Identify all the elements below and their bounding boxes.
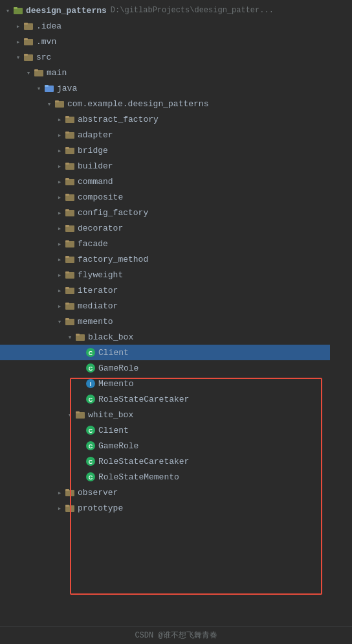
svg-rect-11	[45, 85, 49, 87]
tree-item-prototype[interactable]: prototype	[0, 500, 330, 516]
svg-rect-19	[65, 147, 69, 149]
item-label: abstract_factory	[78, 115, 159, 124]
chevron-empty	[75, 472, 85, 482]
svg-text:C: C	[89, 365, 93, 372]
tree-item-src[interactable]: src	[0, 49, 330, 65]
tree-item-adapter[interactable]: adapter	[0, 127, 330, 143]
folder-icon	[65, 176, 75, 187]
tree-item-gamerole[interactable]: C GameRole	[0, 438, 330, 454]
svg-rect-65	[65, 505, 69, 507]
tree-item-black-box[interactable]: black_box	[0, 329, 330, 345]
svg-rect-27	[65, 209, 69, 211]
tree-item-client[interactable]: C Client	[0, 422, 330, 438]
chevron-open	[54, 316, 65, 327]
tree-item-bridge[interactable]: bridge	[0, 143, 330, 158]
folder-icon	[65, 238, 75, 249]
tree-item-java[interactable]: java	[0, 80, 330, 96]
item-label: main	[47, 68, 67, 78]
chevron-empty	[75, 441, 85, 451]
tree-item-decorator[interactable]: decorator	[0, 220, 330, 236]
chevron-closed	[54, 503, 65, 513]
folder-icon	[65, 145, 75, 155]
svg-text:C: C	[89, 350, 93, 356]
chevron-empty	[75, 456, 85, 466]
tree-item-facade[interactable]: facade	[0, 236, 330, 251]
root-folder-icon	[13, 5, 23, 16]
tree-item-flyweight[interactable]: flyweight	[0, 267, 330, 282]
folder-icon	[65, 301, 75, 311]
folder-icon	[23, 36, 34, 47]
item-label: GameRole	[98, 441, 138, 451]
item-label: com.example.deesign_patterns	[67, 99, 208, 109]
item-label: iterator	[78, 286, 118, 295]
folder-icon	[54, 98, 65, 109]
tree-item-config-factory[interactable]: config_factory	[0, 205, 330, 220]
footer-text: CSDN @谁不想飞舞青春	[135, 630, 217, 641]
file-tree[interactable]: deesign_patterns D:\gitlabProjects\deesi…	[0, 0, 330, 644]
svg-rect-53	[76, 411, 80, 413]
item-label: white_box	[88, 410, 133, 420]
chevron-open	[23, 67, 34, 78]
item-label: decorator	[78, 224, 123, 233]
folder-icon	[65, 114, 75, 124]
footer: CSDN @谁不想飞舞青春	[0, 626, 352, 644]
chevron-empty	[75, 394, 85, 404]
tree-item-com-example-deesign-patterns[interactable]: com.example.deesign_patterns	[0, 96, 330, 111]
item-label: Client	[98, 426, 129, 435]
folder-icon	[65, 254, 75, 264]
tree-item-factory-method[interactable]: factory_method	[0, 251, 330, 267]
tree-item-rolestatememento[interactable]: C RoleStateMemento	[0, 469, 330, 485]
tree-item-memento[interactable]: I Memento	[0, 376, 330, 391]
item-label: .idea	[36, 21, 61, 31]
chevron-closed	[54, 145, 65, 155]
chevron-closed	[54, 176, 65, 187]
tree-item-gamerole[interactable]: C GameRole	[0, 360, 330, 376]
tree-item-main[interactable]: main	[0, 65, 330, 80]
tree-root[interactable]: deesign_patterns D:\gitlabProjects\deesi…	[0, 3, 330, 18]
tree-item-rolestatecaretaker[interactable]: C RoleStateCaretaker	[0, 391, 330, 407]
tree-item-builder[interactable]: builder	[0, 158, 330, 174]
item-label: prototype	[78, 503, 123, 513]
item-label: memento	[78, 317, 113, 327]
tree-item-observer[interactable]: observer	[0, 485, 330, 500]
svg-text:C: C	[89, 443, 93, 450]
item-label: factory_method	[78, 255, 148, 264]
folder-icon	[75, 409, 85, 420]
item-label: RoleStateCaretaker	[98, 395, 189, 404]
folder-icon	[65, 192, 75, 202]
tree-item-iterator[interactable]: iterator	[0, 282, 330, 298]
tree-item-command[interactable]: command	[0, 174, 330, 189]
item-label: Client	[98, 348, 129, 358]
tree-item-client[interactable]: C Client	[0, 345, 330, 360]
tree-item-abstract-factory[interactable]: abstract_factory	[0, 111, 330, 127]
chevron-closed	[54, 207, 65, 218]
item-label: observer	[78, 488, 118, 498]
item-label: GameRole	[98, 363, 138, 373]
folder-icon	[65, 223, 75, 233]
tree-item-white-box[interactable]: white_box	[0, 407, 330, 422]
svg-rect-13	[55, 100, 59, 102]
chevron-closed	[13, 36, 23, 47]
item-label: src	[36, 52, 51, 62]
folder-icon	[44, 83, 54, 93]
folder-icon	[65, 503, 75, 513]
root-chevron	[3, 5, 13, 16]
chevron-open	[34, 83, 44, 93]
item-label: facade	[78, 239, 108, 249]
folder-icon	[65, 161, 75, 171]
tree-item--mvn[interactable]: .mvn	[0, 34, 330, 49]
chevron-closed	[54, 254, 65, 264]
tree-items-container: .idea .mvn src main java com.example.dee…	[0, 18, 330, 516]
chevron-closed	[54, 487, 65, 498]
chevron-closed	[54, 223, 65, 233]
svg-rect-7	[24, 54, 28, 56]
item-label: java	[57, 84, 77, 93]
tree-item-rolestatecaretaker[interactable]: C RoleStateCaretaker	[0, 454, 330, 469]
tree-item-memento[interactable]: memento	[0, 314, 330, 329]
tree-item--idea[interactable]: .idea	[0, 18, 330, 34]
chevron-open	[13, 52, 23, 62]
tree-item-composite[interactable]: composite	[0, 189, 330, 205]
svg-text:C: C	[89, 428, 93, 434]
svg-rect-63	[65, 489, 69, 491]
tree-item-mediator[interactable]: mediator	[0, 298, 330, 314]
